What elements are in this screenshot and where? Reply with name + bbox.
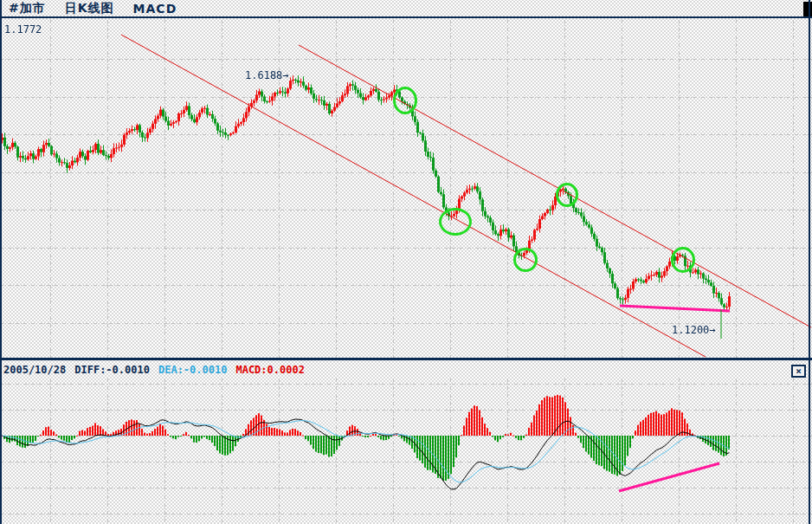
- highlight-circle-5: [671, 247, 695, 273]
- close-button[interactable]: ×: [791, 365, 806, 378]
- macd-chart-canvas[interactable]: [0, 378, 812, 524]
- window-border-left: [0, 0, 2, 524]
- low-price-annotation: 1.1200→: [672, 324, 716, 336]
- highlight-circle-4: [556, 183, 578, 207]
- window-border-right: [809, 0, 810, 524]
- symbol-title: #加市: [9, 1, 46, 16]
- titlebar: #加市 日K线图 MACD: [0, 0, 812, 18]
- indicator-title: MACD: [133, 2, 177, 16]
- diff-value-label: DIFF:-0.0010: [74, 364, 150, 376]
- highlight-circle-1: [393, 87, 417, 114]
- corner-artifact: [803, 2, 812, 16]
- macd-date-label: 2005/10/28: [3, 364, 66, 376]
- current-price-label: 1.1772: [4, 23, 42, 36]
- macd-header-bar: 2005/10/28 DIFF:-0.0010 DEA:-0.0010 MACD…: [0, 358, 812, 378]
- macd-value-label: MACD:0.0002: [235, 364, 304, 376]
- peak-price-annotation: 1.6188→: [245, 69, 289, 81]
- highlight-circle-2: [439, 208, 472, 236]
- price-chart-canvas[interactable]: [0, 20, 812, 358]
- chart-window: #加市 日K线图 MACD 1.1772 1.6188→ 1.1200→ 200…: [0, 0, 812, 524]
- close-icon: ×: [796, 366, 802, 376]
- dea-value-label: DEA:-0.0010: [158, 364, 227, 376]
- highlight-circle-3: [513, 248, 538, 272]
- chart-type-title: 日K线图: [65, 1, 114, 16]
